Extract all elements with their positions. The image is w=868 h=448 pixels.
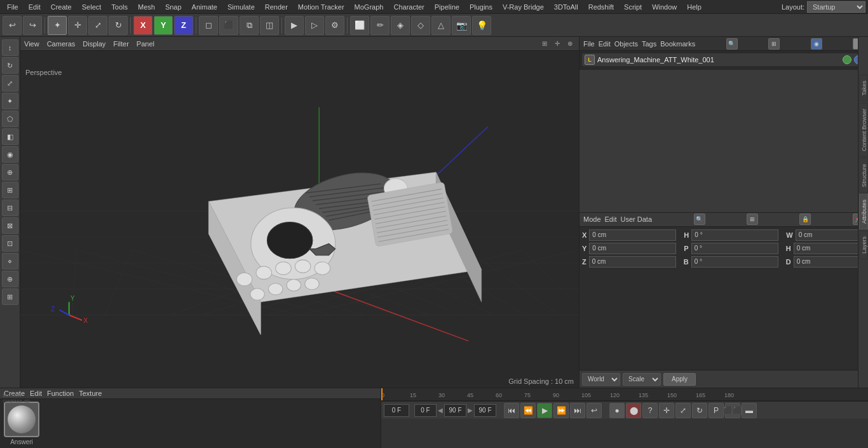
- tab-content-browser[interactable]: Content Browser: [859, 103, 868, 157]
- scale-tool-button[interactable]: ⤢: [675, 403, 691, 418]
- attr-lock[interactable]: 🔒: [799, 214, 811, 225]
- menu-snap[interactable]: Snap: [161, 2, 186, 12]
- viewport-menu-view[interactable]: View: [24, 40, 39, 48]
- render-settings-button[interactable]: ⚙: [325, 16, 344, 35]
- step-back-button[interactable]: ⏪: [520, 403, 536, 418]
- objects-header-tags[interactable]: Tags: [642, 40, 656, 48]
- key-button[interactable]: ⬛⬛: [725, 403, 740, 418]
- coord-x-input[interactable]: [589, 229, 676, 241]
- object-row[interactable]: L Answering_Machine_ATT_White_001: [582, 53, 865, 66]
- tab-layers[interactable]: Layers: [859, 231, 868, 259]
- menu-tools[interactable]: Tools: [107, 2, 132, 12]
- viewport-zoom[interactable]: ⊕: [565, 39, 575, 49]
- mat-texture[interactable]: Texture: [79, 390, 102, 397]
- menu-animate[interactable]: Animate: [187, 2, 222, 12]
- edge-mode-button[interactable]: ⧉: [240, 16, 259, 35]
- goto-end-button[interactable]: ⏭: [570, 403, 585, 418]
- layer-icon[interactable]: ◉: [811, 38, 822, 50]
- sidebar-rotate[interactable]: ↻: [2, 57, 18, 74]
- timeline-cursor[interactable]: [381, 388, 383, 400]
- tab-takes[interactable]: Takes: [859, 75, 868, 102]
- move-button[interactable]: ✛: [68, 16, 87, 35]
- menu-select[interactable]: Select: [78, 2, 106, 12]
- tab-structure[interactable]: Structure: [859, 158, 868, 193]
- menu-help[interactable]: Help: [682, 2, 706, 12]
- rotate-tool-button[interactable]: ↻: [692, 403, 707, 418]
- z-axis-button[interactable]: Z: [174, 16, 193, 35]
- menu-vray[interactable]: V-Ray Bridge: [498, 2, 548, 12]
- light-button[interactable]: 💡: [472, 16, 491, 35]
- render-bar-button[interactable]: ▬: [742, 403, 757, 418]
- record-button[interactable]: ●: [609, 403, 625, 418]
- sidebar-brush[interactable]: ◉: [2, 146, 18, 163]
- coord-h2-input[interactable]: [794, 243, 868, 254]
- redo-button[interactable]: ↪: [23, 16, 42, 35]
- sidebar-bridge[interactable]: ⊞: [2, 288, 18, 305]
- x-axis-button[interactable]: X: [133, 16, 153, 35]
- mat-function[interactable]: Function: [47, 390, 74, 397]
- sidebar-magnet[interactable]: ⊕: [2, 164, 18, 180]
- attr-userdata[interactable]: User Data: [621, 215, 653, 223]
- menu-mograph[interactable]: MoGraph: [350, 2, 388, 12]
- sidebar-knife[interactable]: ⊠: [2, 217, 18, 234]
- coord-d-input[interactable]: [794, 256, 868, 268]
- help-button[interactable]: ?: [642, 403, 658, 418]
- mat-edit[interactable]: Edit: [30, 390, 42, 397]
- goto-start-button[interactable]: ⏮: [504, 403, 519, 418]
- camera-button[interactable]: 📷: [452, 16, 471, 35]
- material-item[interactable]: Answeri: [3, 402, 41, 445]
- viewport-container[interactable]: View Cameras Display Filter Panel ⊞ ✛ ⊕ …: [20, 37, 579, 388]
- point-mode-button[interactable]: ⬛: [219, 16, 238, 35]
- menu-script[interactable]: Script: [620, 2, 646, 12]
- viewport-maximize[interactable]: ⊞: [539, 39, 550, 49]
- move-tool-button[interactable]: ✛: [659, 403, 674, 418]
- menu-plugins[interactable]: Plugins: [465, 2, 497, 12]
- menu-file[interactable]: File: [3, 2, 23, 12]
- viewport-menu-display[interactable]: Display: [83, 40, 105, 48]
- sidebar-loop[interactable]: ⊕: [2, 271, 18, 287]
- objects-header-edit[interactable]: Edit: [599, 40, 611, 48]
- tab-attributes[interactable]: Attributes: [859, 194, 868, 229]
- deform-button[interactable]: ◇: [411, 16, 430, 35]
- coord-b-input[interactable]: [691, 256, 778, 268]
- menu-motion-tracker[interactable]: Motion Tracker: [294, 2, 349, 12]
- attr-search[interactable]: 🔍: [694, 214, 705, 225]
- loop-button[interactable]: ↩: [587, 403, 602, 418]
- viewport-pan[interactable]: ✛: [552, 39, 562, 49]
- sidebar-extrude[interactable]: ⊡: [2, 235, 18, 252]
- auto-key-button[interactable]: ⬤: [626, 403, 641, 418]
- viewport-menu-cameras[interactable]: Cameras: [47, 40, 76, 48]
- psr-button[interactable]: P: [709, 403, 724, 418]
- play-button[interactable]: ▶: [537, 403, 552, 418]
- coord-p-input[interactable]: [691, 243, 778, 254]
- menu-edit[interactable]: Edit: [24, 2, 45, 12]
- apply-button[interactable]: Apply: [663, 373, 696, 386]
- objects-header-bookmarks[interactable]: Bookmarks: [660, 40, 695, 48]
- undo-button[interactable]: ↩: [3, 16, 22, 35]
- sidebar-lasso[interactable]: ⬠: [2, 111, 18, 127]
- rotate-button[interactable]: ↻: [109, 16, 128, 35]
- menu-character[interactable]: Character: [389, 2, 428, 12]
- scale-button[interactable]: ⤢: [88, 16, 107, 35]
- sidebar-bevel[interactable]: ⋄: [2, 253, 18, 269]
- select-mode-button[interactable]: ✦: [48, 16, 67, 35]
- sidebar-poly[interactable]: ◧: [2, 128, 18, 145]
- sidebar-mirror[interactable]: ⊟: [2, 200, 18, 216]
- viewport-menu-panel[interactable]: Panel: [137, 40, 154, 48]
- sidebar-select[interactable]: ✦: [2, 93, 18, 109]
- attr-edit[interactable]: Edit: [605, 215, 617, 223]
- coord-w-input[interactable]: [796, 229, 868, 241]
- render-button[interactable]: ▷: [305, 16, 324, 35]
- objects-header-file[interactable]: File: [583, 40, 595, 48]
- filter-icon[interactable]: ⊞: [768, 38, 780, 50]
- viewport-menu-filter[interactable]: Filter: [113, 40, 128, 48]
- coord-z-input[interactable]: [589, 256, 676, 268]
- cube-button[interactable]: ⬜: [350, 16, 369, 35]
- nurbs-button[interactable]: △: [431, 16, 451, 35]
- objects-header-objects[interactable]: Objects: [614, 40, 638, 48]
- start-frame-input[interactable]: [414, 404, 437, 417]
- world-dropdown[interactable]: World: [582, 373, 620, 386]
- attr-icons[interactable]: ⊞: [747, 214, 758, 225]
- menu-create[interactable]: Create: [46, 2, 76, 12]
- render-view-button[interactable]: ▶: [285, 16, 304, 35]
